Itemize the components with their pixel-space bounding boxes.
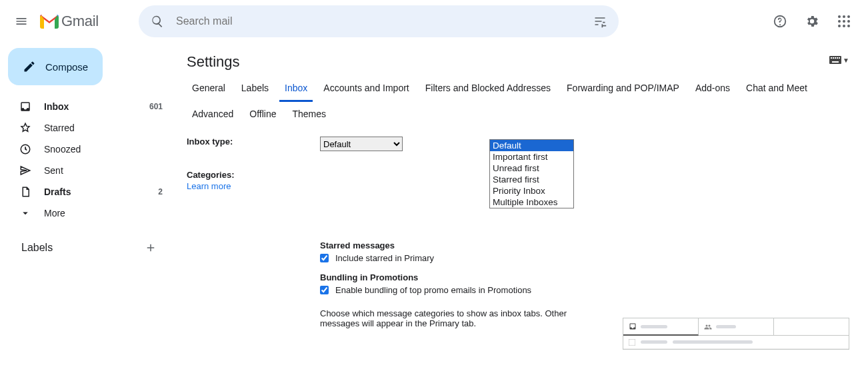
inbox-preview [623,318,849,350]
gear-icon [805,14,819,29]
settings-panel: Settings ▼ GeneralLabelsInboxAccounts an… [171,43,868,367]
sidebar: Compose Inbox601StarredSnoozedSentDrafts… [0,43,171,367]
starred-messages-heading: Starred messages [320,240,693,250]
tab-accounts-and-import[interactable]: Accounts and Import [318,76,414,102]
tab-forwarding-and-pop-imap[interactable]: Forwarding and POP/IMAP [561,76,685,102]
svg-point-5 [847,20,850,23]
keyboard-icon [829,56,841,64]
tab-add-ons[interactable]: Add-ons [690,76,735,102]
chevron-down-icon: ▼ [843,57,849,64]
bundling-label: Enable bundling of top promo emails in P… [335,285,531,295]
file-icon [19,186,32,198]
categories-hint: Choose which message categories to show … [320,308,600,328]
support-button[interactable] [767,8,793,35]
main-menu-button[interactable] [5,5,37,37]
svg-point-4 [843,20,845,23]
header: Gmail [0,0,868,43]
svg-point-7 [843,25,845,27]
preview-primary-tab [623,318,699,336]
tab-themes[interactable]: Themes [287,102,332,126]
search-bar[interactable] [139,5,619,37]
categories-label: Categories: Learn more [187,170,320,191]
svg-rect-10 [829,56,841,64]
svg-rect-17 [629,339,635,346]
sidebar-item-label: Drafts [44,186,158,197]
search-options-button[interactable] [587,8,613,35]
inbox-type-option[interactable]: Default [490,140,573,151]
gmail-logo-text: Gmail [61,13,99,30]
tab-general[interactable]: General [187,76,231,102]
sidebar-item-inbox[interactable]: Inbox601 [5,96,171,117]
svg-point-8 [847,25,850,27]
header-actions [767,8,863,35]
sidebar-item-sent[interactable]: Sent [5,160,171,181]
inbox-icon [629,322,637,330]
tab-offline[interactable]: Offline [244,102,281,126]
bundling-checkbox[interactable] [320,286,329,294]
inbox-type-label: Inbox type: [187,137,320,147]
compose-button[interactable]: Compose [8,48,103,85]
search-input[interactable] [171,15,587,27]
sidebar-item-drafts[interactable]: Drafts2 [5,181,171,202]
send-icon [19,165,32,177]
include-starred-checkbox[interactable] [320,254,329,262]
sidebar-item-count: 2 [158,187,163,196]
svg-rect-16 [832,61,839,63]
learn-more-link[interactable]: Learn more [187,181,320,191]
help-icon [773,14,787,29]
settings-tabs: GeneralLabelsInboxAccounts and ImportFil… [171,76,868,126]
inbox-type-option[interactable]: Important first [490,151,573,163]
sidebar-item-label: Inbox [44,101,149,112]
tab-filters-and-blocked-addresses[interactable]: Filters and Blocked Addresses [420,76,556,102]
svg-point-2 [847,15,850,18]
sidebar-item-more[interactable]: More [5,202,171,224]
inbox-type-option[interactable]: Multiple Inboxes [490,196,573,208]
sidebar-item-starred[interactable]: Starred [5,117,171,139]
inbox-icon [19,101,32,113]
tab-labels[interactable]: Labels [236,76,274,102]
star-icon [19,122,32,134]
svg-point-3 [838,20,841,23]
tab-chat-and-meet[interactable]: Chat and Meet [741,76,813,102]
inbox-type-select[interactable]: Default [320,137,403,151]
gmail-logo[interactable]: Gmail [40,13,99,30]
labels-section-header: Labels [5,238,171,257]
pencil-icon [23,60,36,73]
inbox-type-option[interactable]: Unread first [490,163,573,174]
inbox-type-option[interactable]: Starred first [490,174,573,185]
svg-rect-14 [837,57,838,59]
add-label-button[interactable] [141,238,160,257]
tab-inbox[interactable]: Inbox [279,76,313,102]
svg-rect-11 [831,57,832,59]
tab-advanced[interactable]: Advanced [187,102,239,126]
sidebar-item-label: Sent [44,165,163,176]
search-button[interactable] [144,8,171,35]
inbox-type-option[interactable]: Priority Inbox [490,185,573,196]
compose-label: Compose [45,61,88,73]
apps-button[interactable] [831,8,857,35]
page-title: Settings [171,43,868,76]
clock-icon [19,143,32,155]
bundling-heading: Bundling in Promotions [320,272,693,282]
svg-point-1 [843,15,845,18]
square-icon [629,339,635,346]
include-starred-label: Include starred in Primary [335,253,434,263]
apps-grid-icon [838,15,850,27]
svg-point-0 [838,15,841,18]
inbox-type-dropdown[interactable]: DefaultImportant firstUnread firstStarre… [489,139,574,208]
settings-button[interactable] [799,8,825,35]
tune-icon [593,15,607,28]
sidebar-item-label: Snoozed [44,144,163,155]
gmail-logo-icon [40,14,59,29]
svg-point-6 [838,25,841,27]
sidebar-item-label: Starred [44,123,163,133]
sidebar-item-label: More [44,208,163,218]
people-icon [704,323,712,331]
input-tools-button[interactable]: ▼ [829,56,849,64]
preview-extra-tab [774,318,849,336]
plus-icon [145,242,157,254]
preview-social-tab [699,318,774,336]
sidebar-item-snoozed[interactable]: Snoozed [5,139,171,160]
preview-row [623,336,849,349]
search-icon [151,15,164,28]
